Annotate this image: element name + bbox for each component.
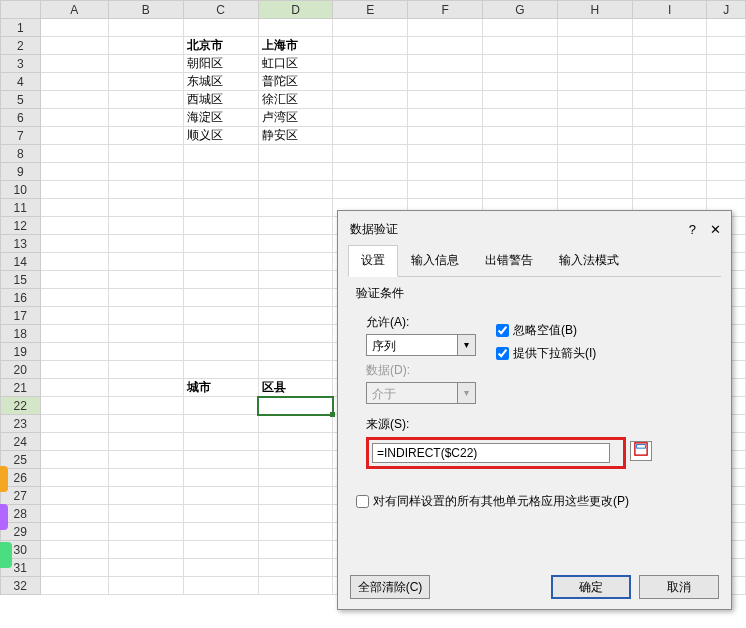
cell-G6[interactable] [483, 109, 558, 127]
cancel-button[interactable]: 取消 [639, 575, 719, 599]
cell-A19[interactable] [40, 343, 108, 361]
cell-C22[interactable] [183, 397, 258, 415]
cell-C6[interactable]: 海淀区 [183, 109, 258, 127]
row-6[interactable]: 6 [1, 109, 41, 127]
col-B[interactable]: B [108, 1, 183, 19]
cell-E4[interactable] [333, 73, 408, 91]
col-F[interactable]: F [408, 1, 483, 19]
cell-I1[interactable] [632, 19, 707, 37]
cell-D8[interactable] [258, 145, 333, 163]
cell-J1[interactable] [707, 19, 746, 37]
cell-B21[interactable] [108, 379, 183, 397]
fill-handle[interactable] [330, 412, 335, 417]
cell-A24[interactable] [40, 433, 108, 451]
row-18[interactable]: 18 [1, 325, 41, 343]
cell-E8[interactable] [333, 145, 408, 163]
row-10[interactable]: 10 [1, 181, 41, 199]
cell-C26[interactable] [183, 469, 258, 487]
cell-I4[interactable] [632, 73, 707, 91]
cell-A26[interactable] [40, 469, 108, 487]
col-H[interactable]: H [557, 1, 632, 19]
cell-A15[interactable] [40, 271, 108, 289]
cell-B28[interactable] [108, 505, 183, 523]
cell-F8[interactable] [408, 145, 483, 163]
tab-settings[interactable]: 设置 [348, 245, 398, 277]
cell-A8[interactable] [40, 145, 108, 163]
row-32[interactable]: 32 [1, 577, 41, 595]
cell-B16[interactable] [108, 289, 183, 307]
apply-all-checkbox[interactable]: 对有同样设置的所有其他单元格应用这些更改(P) [356, 493, 713, 510]
cell-B8[interactable] [108, 145, 183, 163]
cell-D1[interactable] [258, 19, 333, 37]
row-13[interactable]: 13 [1, 235, 41, 253]
cell-B25[interactable] [108, 451, 183, 469]
row-19[interactable]: 19 [1, 343, 41, 361]
cell-D12[interactable] [258, 217, 333, 235]
cell-C13[interactable] [183, 235, 258, 253]
cell-B24[interactable] [108, 433, 183, 451]
cell-A11[interactable] [40, 199, 108, 217]
cell-C27[interactable] [183, 487, 258, 505]
cell-B10[interactable] [108, 181, 183, 199]
cell-J7[interactable] [707, 127, 746, 145]
cell-A32[interactable] [40, 577, 108, 595]
cell-A22[interactable] [40, 397, 108, 415]
cell-D14[interactable] [258, 253, 333, 271]
cell-A5[interactable] [40, 91, 108, 109]
cell-D17[interactable] [258, 307, 333, 325]
cell-B11[interactable] [108, 199, 183, 217]
cell-I2[interactable] [632, 37, 707, 55]
cell-C4[interactable]: 东城区 [183, 73, 258, 91]
range-picker-button[interactable] [630, 441, 652, 461]
cell-A31[interactable] [40, 559, 108, 577]
cell-D7[interactable]: 静安区 [258, 127, 333, 145]
cell-A10[interactable] [40, 181, 108, 199]
col-I[interactable]: I [632, 1, 707, 19]
cell-I8[interactable] [632, 145, 707, 163]
cell-B27[interactable] [108, 487, 183, 505]
cell-D3[interactable]: 虹口区 [258, 55, 333, 73]
cell-E6[interactable] [333, 109, 408, 127]
cell-H7[interactable] [557, 127, 632, 145]
cell-B20[interactable] [108, 361, 183, 379]
cell-J10[interactable] [707, 181, 746, 199]
cell-A23[interactable] [40, 415, 108, 433]
cell-C29[interactable] [183, 523, 258, 541]
cell-E10[interactable] [333, 181, 408, 199]
row-8[interactable]: 8 [1, 145, 41, 163]
cell-B32[interactable] [108, 577, 183, 595]
cell-B1[interactable] [108, 19, 183, 37]
cell-D23[interactable] [258, 415, 333, 433]
cell-C30[interactable] [183, 541, 258, 559]
cell-D6[interactable]: 卢湾区 [258, 109, 333, 127]
cell-B18[interactable] [108, 325, 183, 343]
source-input[interactable] [372, 443, 610, 463]
cell-B5[interactable] [108, 91, 183, 109]
row-25[interactable]: 25 [1, 451, 41, 469]
cell-C9[interactable] [183, 163, 258, 181]
cell-A1[interactable] [40, 19, 108, 37]
row-5[interactable]: 5 [1, 91, 41, 109]
cell-C14[interactable] [183, 253, 258, 271]
cell-D16[interactable] [258, 289, 333, 307]
cell-G9[interactable] [483, 163, 558, 181]
row-3[interactable]: 3 [1, 55, 41, 73]
cell-G10[interactable] [483, 181, 558, 199]
cell-B30[interactable] [108, 541, 183, 559]
cell-B6[interactable] [108, 109, 183, 127]
row-2[interactable]: 2 [1, 37, 41, 55]
select-all-corner[interactable] [1, 1, 41, 19]
cell-E9[interactable] [333, 163, 408, 181]
cell-B4[interactable] [108, 73, 183, 91]
cell-C32[interactable] [183, 577, 258, 595]
cell-F5[interactable] [408, 91, 483, 109]
cell-H2[interactable] [557, 37, 632, 55]
cell-H10[interactable] [557, 181, 632, 199]
cell-D28[interactable] [258, 505, 333, 523]
cell-G5[interactable] [483, 91, 558, 109]
cell-G3[interactable] [483, 55, 558, 73]
cell-E1[interactable] [333, 19, 408, 37]
cell-C10[interactable] [183, 181, 258, 199]
cell-H4[interactable] [557, 73, 632, 91]
cell-F2[interactable] [408, 37, 483, 55]
